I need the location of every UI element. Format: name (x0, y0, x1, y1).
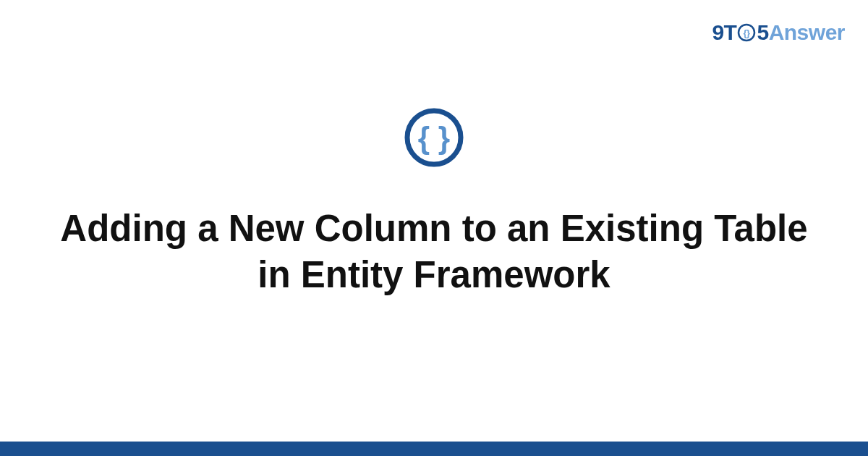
footer-accent-bar (0, 442, 868, 456)
page-title: Adding a New Column to an Existing Table… (58, 206, 810, 298)
svg-text:{ }: { } (418, 121, 450, 155)
code-braces-icon: { } (404, 107, 464, 171)
main-content: { } Adding a New Column to an Existing T… (0, 0, 868, 456)
